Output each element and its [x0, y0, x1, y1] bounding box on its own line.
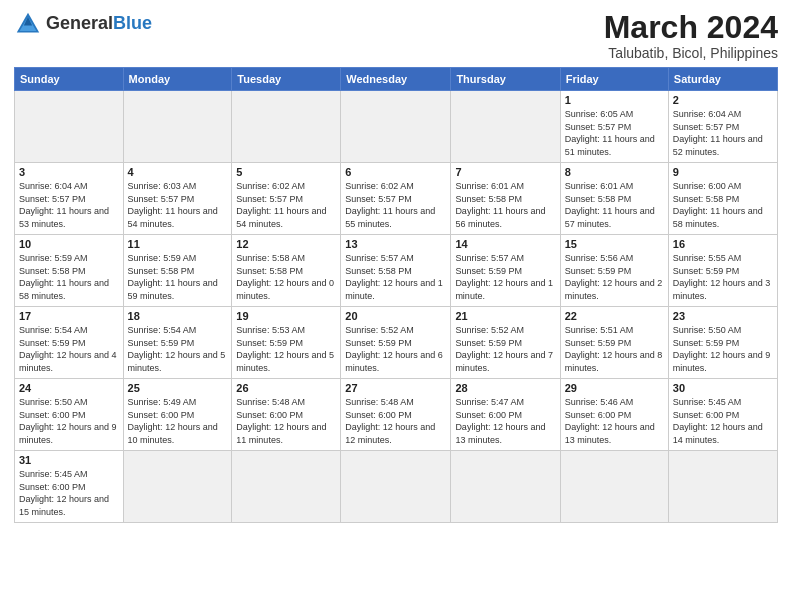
day-number: 13 — [345, 238, 446, 250]
day-info: Sunrise: 5:59 AM Sunset: 5:58 PM Dayligh… — [19, 252, 119, 302]
day-number: 22 — [565, 310, 664, 322]
day-number: 6 — [345, 166, 446, 178]
day-number: 12 — [236, 238, 336, 250]
logo: GeneralBlue — [14, 10, 152, 38]
calendar-week-6: 31Sunrise: 5:45 AM Sunset: 6:00 PM Dayli… — [15, 451, 778, 523]
day-info: Sunrise: 5:47 AM Sunset: 6:00 PM Dayligh… — [455, 396, 555, 446]
day-number: 11 — [128, 238, 228, 250]
logo-blue: Blue — [113, 13, 152, 33]
calendar-cell: 21Sunrise: 5:52 AM Sunset: 5:59 PM Dayli… — [451, 307, 560, 379]
calendar-cell — [560, 451, 668, 523]
calendar-page: GeneralBlue March 2024 Talubatib, Bicol,… — [0, 0, 792, 612]
day-info: Sunrise: 6:05 AM Sunset: 5:57 PM Dayligh… — [565, 108, 664, 158]
day-number: 15 — [565, 238, 664, 250]
day-info: Sunrise: 6:00 AM Sunset: 5:58 PM Dayligh… — [673, 180, 773, 230]
day-number: 8 — [565, 166, 664, 178]
day-number: 2 — [673, 94, 773, 106]
day-number: 24 — [19, 382, 119, 394]
calendar-cell — [451, 91, 560, 163]
day-info: Sunrise: 5:48 AM Sunset: 6:00 PM Dayligh… — [345, 396, 446, 446]
calendar-cell: 13Sunrise: 5:57 AM Sunset: 5:58 PM Dayli… — [341, 235, 451, 307]
day-number: 23 — [673, 310, 773, 322]
calendar-cell: 8Sunrise: 6:01 AM Sunset: 5:58 PM Daylig… — [560, 163, 668, 235]
calendar-cell — [451, 451, 560, 523]
calendar-cell: 29Sunrise: 5:46 AM Sunset: 6:00 PM Dayli… — [560, 379, 668, 451]
calendar-cell: 11Sunrise: 5:59 AM Sunset: 5:58 PM Dayli… — [123, 235, 232, 307]
day-number: 25 — [128, 382, 228, 394]
day-number: 9 — [673, 166, 773, 178]
day-info: Sunrise: 6:03 AM Sunset: 5:57 PM Dayligh… — [128, 180, 228, 230]
calendar-cell: 17Sunrise: 5:54 AM Sunset: 5:59 PM Dayli… — [15, 307, 124, 379]
logo-text: GeneralBlue — [46, 14, 152, 34]
day-number: 21 — [455, 310, 555, 322]
day-info: Sunrise: 5:50 AM Sunset: 6:00 PM Dayligh… — [19, 396, 119, 446]
day-number: 3 — [19, 166, 119, 178]
day-number: 17 — [19, 310, 119, 322]
weekday-header-saturday: Saturday — [668, 68, 777, 91]
day-info: Sunrise: 5:50 AM Sunset: 5:59 PM Dayligh… — [673, 324, 773, 374]
day-info: Sunrise: 5:48 AM Sunset: 6:00 PM Dayligh… — [236, 396, 336, 446]
day-info: Sunrise: 5:58 AM Sunset: 5:58 PM Dayligh… — [236, 252, 336, 302]
calendar-cell: 5Sunrise: 6:02 AM Sunset: 5:57 PM Daylig… — [232, 163, 341, 235]
weekday-header-sunday: Sunday — [15, 68, 124, 91]
calendar-cell — [232, 451, 341, 523]
calendar-cell: 9Sunrise: 6:00 AM Sunset: 5:58 PM Daylig… — [668, 163, 777, 235]
header: GeneralBlue March 2024 Talubatib, Bicol,… — [14, 10, 778, 61]
calendar-cell: 2Sunrise: 6:04 AM Sunset: 5:57 PM Daylig… — [668, 91, 777, 163]
calendar-cell — [123, 91, 232, 163]
calendar-cell: 14Sunrise: 5:57 AM Sunset: 5:59 PM Dayli… — [451, 235, 560, 307]
day-number: 19 — [236, 310, 336, 322]
calendar-cell: 12Sunrise: 5:58 AM Sunset: 5:58 PM Dayli… — [232, 235, 341, 307]
day-info: Sunrise: 6:01 AM Sunset: 5:58 PM Dayligh… — [455, 180, 555, 230]
day-info: Sunrise: 5:56 AM Sunset: 5:59 PM Dayligh… — [565, 252, 664, 302]
day-number: 18 — [128, 310, 228, 322]
calendar-cell: 6Sunrise: 6:02 AM Sunset: 5:57 PM Daylig… — [341, 163, 451, 235]
day-number: 7 — [455, 166, 555, 178]
calendar-cell: 25Sunrise: 5:49 AM Sunset: 6:00 PM Dayli… — [123, 379, 232, 451]
title-block: March 2024 Talubatib, Bicol, Philippines — [604, 10, 778, 61]
day-info: Sunrise: 5:55 AM Sunset: 5:59 PM Dayligh… — [673, 252, 773, 302]
calendar-cell — [668, 451, 777, 523]
weekday-header-monday: Monday — [123, 68, 232, 91]
calendar-cell — [341, 451, 451, 523]
calendar-cell — [123, 451, 232, 523]
day-info: Sunrise: 6:04 AM Sunset: 5:57 PM Dayligh… — [19, 180, 119, 230]
month-year-title: March 2024 — [604, 10, 778, 45]
calendar-week-1: 1Sunrise: 6:05 AM Sunset: 5:57 PM Daylig… — [15, 91, 778, 163]
calendar-cell: 26Sunrise: 5:48 AM Sunset: 6:00 PM Dayli… — [232, 379, 341, 451]
day-info: Sunrise: 5:59 AM Sunset: 5:58 PM Dayligh… — [128, 252, 228, 302]
calendar-cell: 20Sunrise: 5:52 AM Sunset: 5:59 PM Dayli… — [341, 307, 451, 379]
calendar-cell — [232, 91, 341, 163]
day-number: 27 — [345, 382, 446, 394]
day-number: 14 — [455, 238, 555, 250]
day-info: Sunrise: 5:57 AM Sunset: 5:58 PM Dayligh… — [345, 252, 446, 302]
calendar-cell: 23Sunrise: 5:50 AM Sunset: 5:59 PM Dayli… — [668, 307, 777, 379]
day-info: Sunrise: 5:46 AM Sunset: 6:00 PM Dayligh… — [565, 396, 664, 446]
calendar-cell: 10Sunrise: 5:59 AM Sunset: 5:58 PM Dayli… — [15, 235, 124, 307]
day-info: Sunrise: 5:52 AM Sunset: 5:59 PM Dayligh… — [345, 324, 446, 374]
day-info: Sunrise: 5:52 AM Sunset: 5:59 PM Dayligh… — [455, 324, 555, 374]
calendar-cell: 19Sunrise: 5:53 AM Sunset: 5:59 PM Dayli… — [232, 307, 341, 379]
logo-icon — [14, 10, 42, 38]
calendar-cell: 3Sunrise: 6:04 AM Sunset: 5:57 PM Daylig… — [15, 163, 124, 235]
day-info: Sunrise: 6:02 AM Sunset: 5:57 PM Dayligh… — [345, 180, 446, 230]
calendar-cell: 31Sunrise: 5:45 AM Sunset: 6:00 PM Dayli… — [15, 451, 124, 523]
day-number: 16 — [673, 238, 773, 250]
day-info: Sunrise: 5:45 AM Sunset: 6:00 PM Dayligh… — [673, 396, 773, 446]
day-info: Sunrise: 6:02 AM Sunset: 5:57 PM Dayligh… — [236, 180, 336, 230]
day-number: 31 — [19, 454, 119, 466]
day-info: Sunrise: 5:54 AM Sunset: 5:59 PM Dayligh… — [128, 324, 228, 374]
day-number: 28 — [455, 382, 555, 394]
day-number: 26 — [236, 382, 336, 394]
calendar-cell: 27Sunrise: 5:48 AM Sunset: 6:00 PM Dayli… — [341, 379, 451, 451]
calendar-cell — [15, 91, 124, 163]
calendar-cell: 22Sunrise: 5:51 AM Sunset: 5:59 PM Dayli… — [560, 307, 668, 379]
calendar-cell: 4Sunrise: 6:03 AM Sunset: 5:57 PM Daylig… — [123, 163, 232, 235]
weekday-header-wednesday: Wednesday — [341, 68, 451, 91]
calendar-cell: 16Sunrise: 5:55 AM Sunset: 5:59 PM Dayli… — [668, 235, 777, 307]
day-info: Sunrise: 5:51 AM Sunset: 5:59 PM Dayligh… — [565, 324, 664, 374]
day-number: 5 — [236, 166, 336, 178]
location-subtitle: Talubatib, Bicol, Philippines — [604, 45, 778, 61]
calendar-cell: 1Sunrise: 6:05 AM Sunset: 5:57 PM Daylig… — [560, 91, 668, 163]
calendar-cell: 30Sunrise: 5:45 AM Sunset: 6:00 PM Dayli… — [668, 379, 777, 451]
